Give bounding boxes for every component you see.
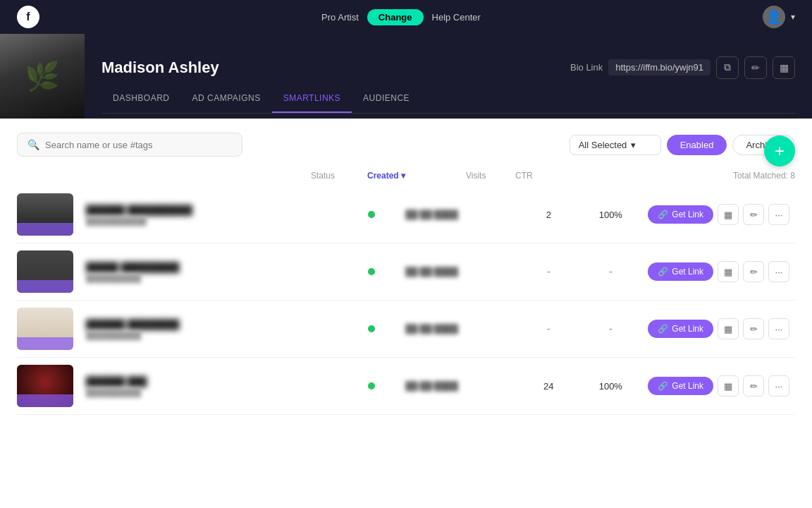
link-icon: 🔗 bbox=[658, 267, 668, 277]
search-filter-row: 🔍 All Selected ▾ Enabled Archived bbox=[17, 119, 795, 168]
nav-center: Pro Artist Change Help Center bbox=[321, 9, 481, 25]
row-visits: - bbox=[524, 322, 573, 335]
bio-link-url: https://iffm.bio/ywjn91 bbox=[608, 59, 710, 75]
sort-arrow-icon: ▾ bbox=[401, 171, 405, 181]
top-nav: f Pro Artist Change Help Center 👤 ▾ bbox=[0, 0, 812, 34]
tab-audience[interactable]: AUDIENCE bbox=[352, 85, 421, 113]
row-visits: - bbox=[524, 265, 573, 278]
row-name-section: █████ █████████ ██████████ bbox=[86, 262, 338, 282]
nav-left: f bbox=[17, 6, 39, 28]
row-more-button[interactable]: ··· bbox=[768, 204, 789, 225]
content-area: + 🔍 All Selected ▾ Enabled Archived Stat… bbox=[0, 119, 812, 508]
row-name: ██████ ████████ bbox=[86, 319, 338, 329]
tab-dashboard[interactable]: DASHBOARD bbox=[102, 85, 181, 113]
table-header: Status Created ▾ Visits CTR Total Matche… bbox=[17, 168, 795, 186]
status-dot-active-icon bbox=[368, 382, 375, 389]
status-dot-active-icon bbox=[368, 268, 375, 275]
profile-actions: Bio Link https://iffm.bio/ywjn91 ⧉ ✏ ▦ bbox=[570, 56, 795, 79]
row-actions: 🔗 Get Link ▦ ✏ ··· bbox=[648, 318, 795, 339]
get-link-button[interactable]: 🔗 Get Link bbox=[648, 262, 713, 281]
row-visits: 24 bbox=[524, 381, 573, 392]
avatar-chevron-icon[interactable]: ▾ bbox=[791, 12, 795, 22]
avatar: 👤 bbox=[763, 6, 785, 28]
row-date: ██/██/████ bbox=[405, 381, 504, 391]
row-edit-button[interactable]: ✏ bbox=[743, 204, 764, 225]
row-more-button[interactable]: ··· bbox=[768, 261, 789, 282]
row-thumbnail bbox=[17, 193, 73, 236]
row-name-section: ██████ ██████████ ███████████ bbox=[86, 205, 338, 225]
row-actions: 🔗 Get Link ▦ ✏ ··· bbox=[648, 375, 795, 397]
get-link-button[interactable]: 🔗 Get Link bbox=[648, 205, 713, 224]
all-selected-dropdown[interactable]: All Selected ▾ bbox=[570, 135, 661, 155]
row-status bbox=[343, 382, 400, 389]
row-more-button[interactable]: ··· bbox=[768, 318, 789, 339]
bio-link-label: Bio Link bbox=[570, 62, 603, 73]
row-name: █████ █████████ bbox=[86, 262, 338, 272]
row-status bbox=[343, 325, 400, 332]
row-stats-button[interactable]: ▦ bbox=[718, 375, 739, 397]
total-matched: Total Matched: 8 bbox=[565, 171, 795, 181]
nav-tabs: DASHBOARD AD CAMPAIGNS SMARTLINKS AUDIEN… bbox=[102, 85, 795, 114]
enabled-filter-button[interactable]: Enabled bbox=[667, 135, 727, 155]
row-edit-button[interactable]: ✏ bbox=[743, 375, 764, 397]
row-name-section: ██████ ████████ ██████████ bbox=[86, 319, 338, 339]
row-ctr: 100% bbox=[586, 210, 635, 220]
edit-profile-button[interactable]: ✏ bbox=[744, 56, 767, 79]
change-button[interactable]: Change bbox=[367, 9, 424, 25]
row-subtitle: ██████████ bbox=[86, 331, 338, 339]
row-edit-button[interactable]: ✏ bbox=[743, 318, 764, 339]
row-date: ██/██/████ bbox=[405, 324, 504, 334]
tab-smartlinks[interactable]: SMARTLINKS bbox=[272, 85, 352, 113]
search-bar: 🔍 bbox=[17, 133, 242, 157]
row-name-section: ██████ ███ ██████████ bbox=[86, 376, 338, 397]
tab-ad-campaigns[interactable]: AD CAMPAIGNS bbox=[181, 85, 272, 113]
search-input[interactable] bbox=[45, 140, 232, 150]
status-dot-active-icon bbox=[368, 211, 375, 218]
nav-right: 👤 ▾ bbox=[763, 6, 795, 28]
row-ctr: - bbox=[586, 322, 635, 335]
help-center-link[interactable]: Help Center bbox=[432, 12, 481, 23]
add-smartlink-button[interactable]: + bbox=[764, 135, 795, 167]
row-stats-button[interactable]: ▦ bbox=[718, 261, 739, 282]
link-icon: 🔗 bbox=[658, 324, 668, 334]
status-dot-active-icon bbox=[368, 325, 375, 332]
get-link-button[interactable]: 🔗 Get Link bbox=[648, 320, 713, 338]
copy-link-button[interactable]: ⧉ bbox=[716, 56, 739, 79]
row-thumbnail bbox=[17, 250, 73, 293]
filter-controls: All Selected ▾ Enabled Archived bbox=[570, 135, 795, 155]
row-name: ██████ ██████████ bbox=[86, 205, 338, 215]
row-stats-button[interactable]: ▦ bbox=[718, 318, 739, 339]
row-ctr: - bbox=[586, 265, 635, 278]
table-row: ██████ ███ ██████████ ██/██/████ 24 100%… bbox=[17, 358, 795, 415]
dropdown-arrow-icon: ▾ bbox=[631, 140, 636, 150]
link-icon: 🔗 bbox=[658, 210, 668, 219]
link-icon: 🔗 bbox=[658, 381, 668, 391]
row-actions: 🔗 Get Link ▦ ✏ ··· bbox=[648, 261, 795, 282]
table-row: ██████ ██████████ ███████████ ██/██/████… bbox=[17, 186, 795, 243]
pro-label: Pro Artist bbox=[321, 12, 359, 23]
row-date: ██/██/████ bbox=[405, 210, 504, 219]
row-name: ██████ ███ bbox=[86, 376, 338, 387]
row-actions: 🔗 Get Link ▦ ✏ ··· bbox=[648, 204, 795, 225]
search-icon: 🔍 bbox=[27, 139, 39, 150]
status-column-header: Status bbox=[311, 171, 367, 181]
row-stats-button[interactable]: ▦ bbox=[718, 204, 739, 225]
row-edit-button[interactable]: ✏ bbox=[743, 261, 764, 282]
row-ctr: 100% bbox=[586, 381, 635, 392]
row-status bbox=[343, 211, 400, 218]
table-row: █████ █████████ ██████████ ██/██/████ - … bbox=[17, 243, 795, 301]
profile-name: Madison Ashley bbox=[102, 59, 570, 77]
profile-image: 🌿 bbox=[0, 34, 85, 119]
row-status bbox=[343, 268, 400, 275]
row-visits: 2 bbox=[524, 210, 573, 220]
get-link-button[interactable]: 🔗 Get Link bbox=[648, 377, 713, 395]
visits-column-header: Visits bbox=[466, 171, 515, 181]
row-thumbnail bbox=[17, 365, 73, 407]
row-more-button[interactable]: ··· bbox=[768, 375, 789, 397]
stats-button[interactable]: ▦ bbox=[773, 56, 795, 79]
row-subtitle: ███████████ bbox=[86, 217, 338, 225]
row-subtitle: ██████████ bbox=[86, 388, 338, 397]
profile-header: 🌿 Madison Ashley Bio Link https://iffm.b… bbox=[0, 34, 812, 119]
created-column-header[interactable]: Created ▾ bbox=[367, 171, 466, 181]
ctr-column-header: CTR bbox=[515, 171, 565, 181]
